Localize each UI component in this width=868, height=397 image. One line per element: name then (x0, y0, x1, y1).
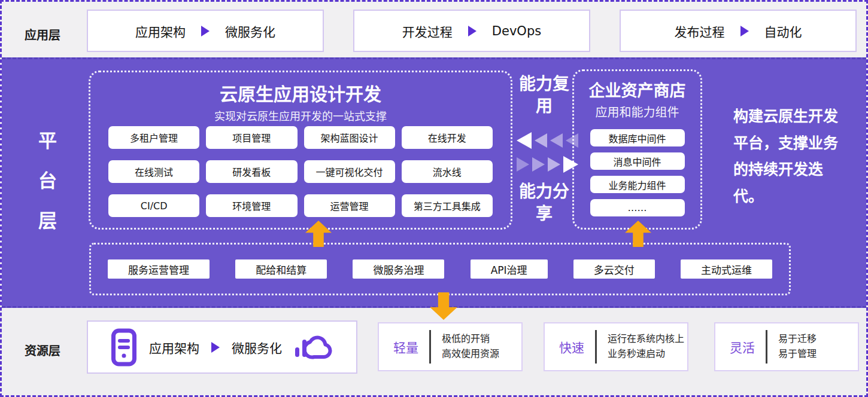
design-panel-subtitle: 实现对云原生应用开发的一站式支撑 (90, 108, 511, 123)
feature-lightweight: 轻量 极低的开销 高效使用资源 (378, 322, 523, 371)
app-box-from: 应用架构 (135, 22, 186, 40)
feature-line: 运行在系统内核上 (608, 332, 684, 347)
ops-node-row: 服务运营管理 配给和结算 微服务治理 API治理 多云交付 主动式运维 (108, 245, 772, 294)
asset-node: 数据库中间件 (590, 129, 685, 146)
feature-line: 高效使用资源 (442, 347, 499, 362)
app-box-to: 微服务化 (225, 22, 275, 40)
feature-description: 易于迁移 易于管理 (778, 332, 817, 362)
ops-node: 主动式运维 (681, 259, 772, 279)
platform-note: 构建云原生开发平台，支撑业务的持续开发迭代。 (733, 103, 847, 210)
triangle-left-icon (517, 132, 532, 149)
capability-node: 在线开发 (402, 126, 493, 149)
capability-node: 项目管理 (206, 126, 297, 149)
triangle-right-icon (517, 157, 529, 172)
feature-fast: 快速 运行在系统内核上 业务秒速启动 (544, 322, 688, 371)
app-box-to: DevOps (492, 24, 541, 38)
app-layer-label: 应用层 (25, 26, 60, 43)
capability-share-label: 能力分享 (514, 181, 574, 225)
feature-line: 易于管理 (778, 347, 817, 362)
triangle-right-icon (211, 342, 220, 353)
vertical-divider (595, 330, 597, 364)
feature-description: 运行在系统内核上 业务秒速启动 (608, 332, 684, 362)
platform-layer-band: 平台层 云原生应用设计开发 实现对云原生应用开发的一站式支撑 多租户管理 项目管… (2, 57, 866, 308)
app-box-devprocess: 开发过程 DevOps (353, 10, 590, 52)
resource-layer-label: 资源层 (25, 341, 60, 359)
asset-store-panel: 企业资产商店 应用和能力组件 数据库中间件 消息中间件 业务能力组件 …… (572, 69, 702, 230)
triangle-right-icon (548, 157, 560, 172)
capability-node: 流水线 (402, 160, 493, 183)
resource-layer-strip: 资源层 应用架构 微服务化 轻量 极低的开销 高效使用资源 (2, 308, 866, 395)
feature-keyword: 快速 (559, 338, 584, 356)
capability-node: 架构蓝图设计 (304, 126, 395, 149)
asset-component-list: 数据库中间件 消息中间件 业务能力组件 …… (574, 129, 700, 216)
feature-line: 业务秒速启动 (608, 347, 684, 362)
vertical-divider (429, 330, 431, 364)
server-icon (111, 328, 137, 367)
ops-node: 服务运营管理 (108, 259, 210, 279)
arrows-left-icon (517, 132, 578, 149)
feature-line: 易于迁移 (778, 332, 817, 347)
platform-layer-label: 平台层 (33, 131, 60, 251)
asset-node: 业务能力组件 (590, 176, 685, 193)
triangle-left-icon (550, 133, 563, 148)
capability-node: 环境管理 (206, 194, 297, 217)
asset-node: …… (590, 199, 685, 216)
capability-node: 多租户管理 (108, 126, 199, 149)
ops-panel: 服务运营管理 配给和结算 微服务治理 API治理 多云交付 主动式运维 (89, 243, 791, 295)
capability-node: 运营管理 (304, 194, 395, 217)
capability-node: 一键可视化交付 (304, 160, 395, 183)
capability-node: 第三方工具集成 (402, 194, 493, 217)
vertical-divider (766, 330, 767, 364)
asset-panel-title: 企业资产商店 (574, 78, 700, 101)
arrows-right-icon (517, 156, 578, 173)
resource-box-to: 微服务化 (232, 338, 282, 356)
feature-description: 极低的开销 高效使用资源 (442, 332, 499, 362)
capability-reuse-label: 能力复用 (514, 74, 574, 118)
triangle-left-icon (535, 133, 547, 148)
ops-node: 微服务治理 (353, 259, 444, 279)
feature-keyword: 轻量 (393, 338, 418, 356)
capability-node: 在线测试 (108, 160, 199, 183)
capability-node: CI/CD (108, 194, 199, 217)
ops-node: API治理 (471, 259, 548, 279)
feature-keyword: 灵活 (730, 338, 755, 356)
ops-node: 配给和结算 (235, 259, 327, 279)
triangle-right-icon (201, 26, 210, 36)
app-box-to: 自动化 (764, 22, 802, 40)
cloud-bars-icon (294, 332, 333, 362)
resource-arch-box: 应用架构 微服务化 (87, 320, 357, 374)
design-panel-title: 云原生应用设计开发 (90, 80, 511, 106)
ops-node: 多云交付 (573, 259, 655, 279)
cloud-native-platform-diagram: 应用层 应用架构 微服务化 开发过程 DevOps 发布过程 自动化 平台层 云… (0, 0, 868, 397)
app-box-from: 发布过程 (675, 22, 725, 40)
feature-flexible: 灵活 易于迁移 易于管理 (714, 322, 859, 371)
asset-panel-subtitle: 应用和能力组件 (574, 103, 700, 120)
triangle-right-icon (740, 26, 749, 36)
app-box-from: 开发过程 (402, 22, 453, 40)
resource-box-from: 应用架构 (149, 338, 199, 356)
design-dev-panel: 云原生应用设计开发 实现对云原生应用开发的一站式支撑 多租户管理 项目管理 架构… (89, 71, 512, 230)
triangle-right-icon (532, 157, 545, 172)
design-capability-grid: 多租户管理 项目管理 架构蓝图设计 在线开发 在线测试 研发看板 一键可视化交付… (108, 126, 493, 217)
app-box-release: 发布过程 自动化 (620, 10, 857, 52)
asset-node: 消息中间件 (590, 152, 685, 170)
feature-line: 极低的开销 (442, 332, 499, 347)
triangle-right-icon (468, 26, 477, 36)
capability-node: 研发看板 (206, 160, 297, 183)
app-box-architecture: 应用架构 微服务化 (87, 10, 324, 52)
